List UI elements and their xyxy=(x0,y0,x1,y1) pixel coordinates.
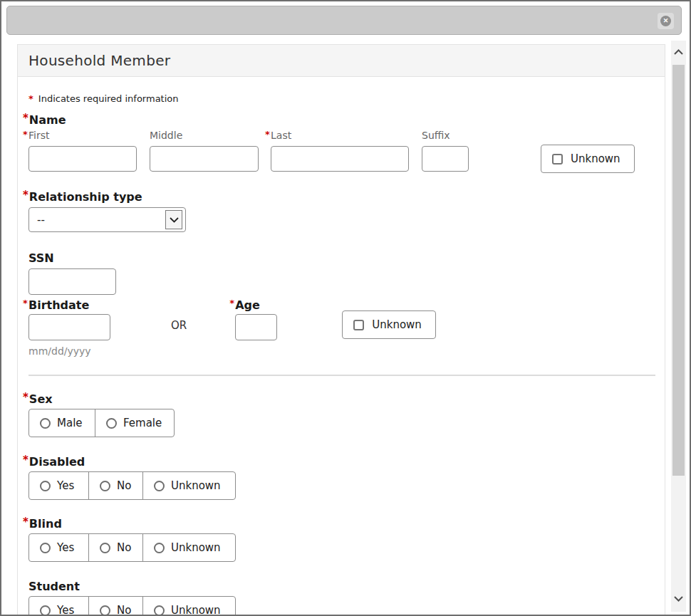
form-header: Household Member xyxy=(18,45,665,77)
radio-icon[interactable] xyxy=(40,481,51,491)
checkbox-icon[interactable] xyxy=(353,320,364,330)
required-note-text: Indicates required information xyxy=(38,93,179,104)
suffix-field-group: Suffix xyxy=(422,130,469,172)
required-asterisk: * xyxy=(28,93,33,104)
radio-icon[interactable] xyxy=(40,543,51,553)
chevron-up-icon xyxy=(674,49,683,55)
disabled-yes-option[interactable]: Yes xyxy=(29,472,88,499)
first-name-field-group: * First xyxy=(28,130,137,172)
relationship-type-select[interactable]: -- xyxy=(28,207,186,232)
birthdate-field-group: * Birthdate mm/dd/yyyy xyxy=(28,298,110,357)
ssn-section-label: SSN xyxy=(28,251,665,265)
last-name-label: * Last xyxy=(271,130,409,142)
middle-name-input[interactable] xyxy=(150,146,259,172)
blind-unknown-option[interactable]: Unknown xyxy=(142,534,235,561)
checkbox-icon[interactable] xyxy=(552,154,563,165)
radio-icon[interactable] xyxy=(154,481,165,491)
birthdate-input[interactable] xyxy=(28,314,110,340)
blind-yes-option[interactable]: Yes xyxy=(29,534,88,561)
close-icon: ✕ xyxy=(660,16,671,26)
required-asterisk: * xyxy=(23,129,28,140)
name-unknown-label: Unknown xyxy=(571,152,620,165)
required-asterisk: * xyxy=(265,129,270,140)
section-divider xyxy=(28,375,655,376)
page-title: Household Member xyxy=(28,52,170,69)
age-field-group: * Age xyxy=(235,298,277,340)
household-member-dialog: ✕ Household Member * Indicates required … xyxy=(0,0,691,616)
disabled-radio-group: Yes No Unknown xyxy=(28,471,236,500)
vertical-scrollbar[interactable] xyxy=(671,41,686,612)
sex-male-option[interactable]: Male xyxy=(29,409,95,437)
radio-icon[interactable] xyxy=(40,418,51,429)
student-unknown-option[interactable]: Unknown xyxy=(142,597,235,616)
disabled-unknown-option[interactable]: Unknown xyxy=(142,472,235,499)
required-asterisk: * xyxy=(23,454,28,467)
chevron-down-icon[interactable] xyxy=(165,210,182,229)
student-radio-group: Yes No Unknown xyxy=(28,596,236,616)
household-member-form: Household Member * Indicates required in… xyxy=(17,44,665,616)
disabled-section-label: * Disabled xyxy=(23,455,665,469)
age-input[interactable] xyxy=(235,314,277,340)
scroll-up-button[interactable] xyxy=(671,42,686,62)
birthdate-unknown-button[interactable]: Unknown xyxy=(342,310,436,339)
student-no-option[interactable]: No xyxy=(88,597,142,616)
required-note: * Indicates required information xyxy=(28,93,665,104)
radio-icon[interactable] xyxy=(100,605,110,616)
required-asterisk: * xyxy=(229,298,234,308)
last-name-field-group: * Last xyxy=(271,130,409,172)
required-asterisk: * xyxy=(23,112,28,125)
middle-name-label: Middle xyxy=(150,130,259,142)
radio-icon[interactable] xyxy=(100,481,110,491)
name-unknown-button[interactable]: Unknown xyxy=(541,145,635,173)
radio-icon[interactable] xyxy=(40,605,51,616)
age-label: * Age xyxy=(235,298,277,311)
required-asterisk: * xyxy=(23,189,28,202)
suffix-label: Suffix xyxy=(422,130,469,142)
scrollbar-thumb[interactable] xyxy=(672,65,685,476)
close-button[interactable]: ✕ xyxy=(658,13,674,29)
blind-no-option[interactable]: No xyxy=(88,534,142,561)
birthdate-format-hint: mm/dd/yyyy xyxy=(28,345,110,357)
middle-name-field-group: Middle xyxy=(150,130,259,172)
ssn-input[interactable] xyxy=(28,268,116,295)
birthdate-unknown-label: Unknown xyxy=(372,318,422,331)
first-name-label: * First xyxy=(28,130,137,142)
suffix-input[interactable] xyxy=(422,146,469,172)
chevron-down-icon xyxy=(674,596,683,602)
birthdate-label: * Birthdate xyxy=(28,298,110,311)
sex-radio-group: Male Female xyxy=(28,409,175,437)
relationship-section-label: * Relationship type xyxy=(23,190,665,204)
radio-icon[interactable] xyxy=(106,418,117,429)
birthdate-row: * Birthdate mm/dd/yyyy OR * Age Unknown xyxy=(28,298,665,357)
last-name-input[interactable] xyxy=(271,146,409,172)
name-section-label: * Name xyxy=(23,113,665,127)
required-asterisk: * xyxy=(23,298,28,308)
required-asterisk: * xyxy=(23,391,28,404)
radio-icon[interactable] xyxy=(154,543,165,553)
relationship-selected-value: -- xyxy=(37,214,45,226)
scroll-down-button[interactable] xyxy=(671,589,686,609)
dialog-titlebar[interactable]: ✕ xyxy=(6,6,682,35)
blind-radio-group: Yes No Unknown xyxy=(28,533,236,562)
sex-section-label: * Sex xyxy=(23,392,665,406)
name-fields-row: * First Middle * Last Suffi xyxy=(28,130,665,172)
student-section-label: Student xyxy=(28,580,665,593)
student-yes-option[interactable]: Yes xyxy=(29,597,88,616)
radio-icon[interactable] xyxy=(100,543,110,553)
or-label: OR xyxy=(171,319,187,332)
radio-icon[interactable] xyxy=(154,605,165,616)
disabled-no-option[interactable]: No xyxy=(88,472,142,499)
sex-female-option[interactable]: Female xyxy=(95,409,174,437)
blind-section-label: * Blind xyxy=(23,517,665,531)
required-asterisk: * xyxy=(23,516,28,529)
first-name-input[interactable] xyxy=(28,146,137,172)
